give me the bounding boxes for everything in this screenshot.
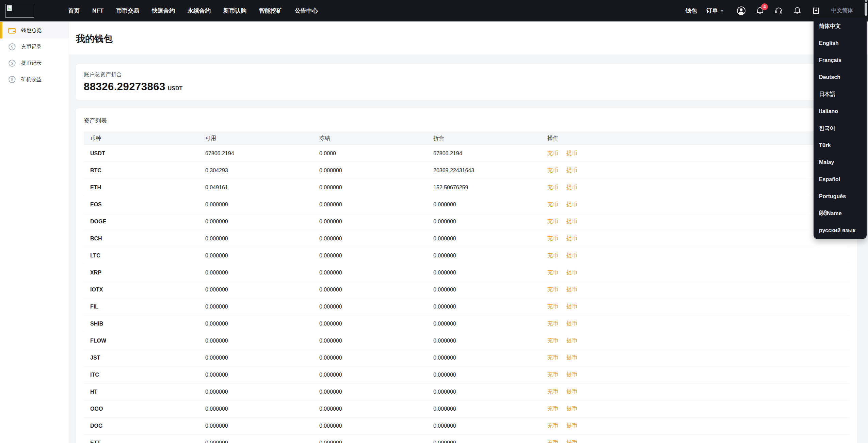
withdraw-link[interactable]: 提币 — [566, 388, 577, 395]
withdraw-link[interactable]: 提币 — [566, 269, 577, 276]
language-option[interactable]: Deutsch — [814, 69, 867, 86]
scrollbar-thumb[interactable] — [865, 3, 867, 16]
support-headset-icon[interactable] — [774, 6, 783, 16]
converted-amount: 0.000000 — [433, 440, 547, 443]
available-amount: 0.000000 — [205, 423, 319, 429]
deposit-link[interactable]: 充币 — [547, 320, 558, 327]
language-option[interactable]: Malay — [814, 154, 867, 171]
withdraw-link[interactable]: 提币 — [566, 235, 577, 242]
nav-item[interactable]: 智能挖矿 — [259, 7, 282, 15]
language-option[interactable]: 日本語 — [814, 86, 867, 103]
converted-amount: 0.000000 — [433, 219, 547, 225]
withdraw-link[interactable]: 提币 — [566, 337, 577, 344]
account-icon[interactable] — [736, 6, 746, 16]
withdraw-link[interactable]: 提币 — [566, 201, 577, 208]
deposit-link[interactable]: 充币 — [547, 269, 558, 276]
asset-list-card: 资产列表 币种 可用 冻结 折合 操作 USDT 67806.2194 0.00… — [76, 108, 857, 443]
deposit-link[interactable]: 充币 — [547, 150, 558, 157]
coin-symbol: LTC — [90, 253, 205, 259]
coin-symbol: OGO — [90, 406, 205, 412]
available-amount: 0.000000 — [205, 253, 319, 259]
asset-row: XRP 0.000000 0.000000 0.000000 充币 提币 — [84, 264, 849, 281]
nav-item[interactable]: 快速合约 — [152, 7, 175, 15]
nav-item[interactable]: NFT — [92, 7, 103, 14]
withdraw-link[interactable]: 提币 — [566, 184, 577, 191]
scrollbar-up-arrow[interactable] — [865, 0, 867, 2]
withdraw-link[interactable]: 提币 — [566, 371, 577, 378]
asset-row: FLOW 0.000000 0.000000 0.000000 充币 提币 — [84, 332, 849, 349]
withdraw-link[interactable]: 提币 — [566, 405, 577, 412]
asset-row: DOGE 0.000000 0.000000 0.000000 充币 提币 — [84, 213, 849, 230]
deposit-link[interactable]: 充币 — [547, 337, 558, 344]
deposit-link[interactable]: 充币 — [547, 354, 558, 361]
language-option[interactable]: Türk — [814, 137, 867, 154]
deposit-link[interactable]: 充币 — [547, 235, 558, 242]
coin-symbol: BCH — [90, 236, 205, 242]
language-option[interactable]: Italiano — [814, 103, 867, 120]
sidebar-item-label: 充币记录 — [21, 44, 42, 50]
language-option[interactable]: हिंदीName — [814, 205, 867, 222]
nav-item[interactable]: 新币认购 — [223, 7, 246, 15]
site-logo[interactable] — [5, 4, 34, 18]
asset-table-header: 币种 可用 冻结 折合 操作 — [84, 131, 849, 145]
deposit-link[interactable]: 充币 — [547, 439, 558, 443]
deposit-link[interactable]: 充币 — [547, 167, 558, 174]
announcements-bell-icon[interactable] — [792, 6, 802, 16]
top-navbar: 首页 NFT 币币交易 快速合约 永续合约 新币认购 智能挖矿 公告中心 钱包 … — [0, 0, 868, 21]
nav-item[interactable]: 永续合约 — [188, 7, 211, 15]
deposit-link[interactable]: 充币 — [547, 371, 558, 378]
deposit-link[interactable]: 充币 — [547, 201, 558, 208]
withdraw-link[interactable]: 提币 — [566, 439, 577, 443]
sidebar-item-miner-income[interactable]: $ 矿机收益 — [0, 71, 69, 88]
nav-item[interactable]: 公告中心 — [295, 7, 318, 15]
sidebar-item-wallet-overview[interactable]: 钱包总览 — [0, 22, 69, 38]
withdraw-link[interactable]: 提币 — [566, 218, 577, 225]
deposit-link[interactable]: 充币 — [547, 405, 558, 412]
withdraw-link[interactable]: 提币 — [566, 354, 577, 361]
withdraw-link[interactable]: 提币 — [566, 167, 577, 174]
deposit-link[interactable]: 充币 — [547, 303, 558, 310]
language-option[interactable]: Français — [814, 52, 867, 69]
notifications-bell-icon[interactable]: 4 — [755, 6, 765, 16]
col-actions: 操作 — [547, 135, 849, 142]
language-option[interactable]: русский язык — [814, 222, 867, 239]
available-amount: 0.000000 — [205, 355, 319, 361]
deposit-link[interactable]: 充币 — [547, 286, 558, 293]
language-selector[interactable]: 中文简体 — [831, 7, 853, 14]
withdraw-link[interactable]: 提币 — [566, 150, 577, 157]
deposit-link[interactable]: 充币 — [547, 184, 558, 191]
withdraw-link[interactable]: 提币 — [566, 252, 577, 259]
asset-row: USDT 67806.2194 0.0000 67806.2194 充币 提币 — [84, 145, 849, 162]
converted-amount: 0.000000 — [433, 304, 547, 310]
language-option[interactable]: 한국어 — [814, 120, 867, 137]
deposit-link[interactable]: 充币 — [547, 388, 558, 395]
withdraw-link[interactable]: 提币 — [566, 303, 577, 310]
deposit-link[interactable]: 充币 — [547, 252, 558, 259]
withdraw-link[interactable]: 提币 — [566, 286, 577, 293]
download-icon[interactable] — [811, 6, 821, 16]
withdraw-link[interactable]: 提币 — [566, 422, 577, 429]
nav-item[interactable]: 首页 — [68, 7, 80, 15]
coin-icon: $ — [8, 76, 16, 83]
orders-link[interactable]: 订单 — [706, 7, 724, 15]
coin-symbol: ETH — [90, 185, 205, 191]
language-option[interactable]: 简体中文 — [814, 18, 867, 35]
asset-row: BTC 0.304293 0.000000 20369.22431643 充币 … — [84, 162, 849, 179]
language-option[interactable]: Português — [814, 188, 867, 205]
converted-amount: 0.000000 — [433, 236, 547, 242]
language-option[interactable]: Español — [814, 171, 867, 188]
language-dropdown: 简体中文 English Français Deutsch 日本語 Italia… — [814, 18, 867, 239]
deposit-link[interactable]: 充币 — [547, 218, 558, 225]
wallet-link[interactable]: 钱包 — [686, 7, 697, 15]
deposit-link[interactable]: 充币 — [547, 422, 558, 429]
converted-amount: 0.000000 — [433, 321, 547, 327]
sidebar: 钱包总览 $ 充币记录 $ 提币记录 $ 矿机收益 — [0, 21, 69, 443]
converted-amount: 0.000000 — [433, 406, 547, 412]
withdraw-link[interactable]: 提币 — [566, 320, 577, 327]
language-option[interactable]: English — [814, 35, 867, 52]
sidebar-item-withdraw-records[interactable]: $ 提币记录 — [0, 55, 69, 71]
coin-icon: $ — [8, 59, 16, 67]
asset-row: SHIB 0.000000 0.000000 0.000000 充币 提币 — [84, 315, 849, 332]
sidebar-item-deposit-records[interactable]: $ 充币记录 — [0, 38, 69, 55]
nav-item[interactable]: 币币交易 — [116, 7, 139, 15]
